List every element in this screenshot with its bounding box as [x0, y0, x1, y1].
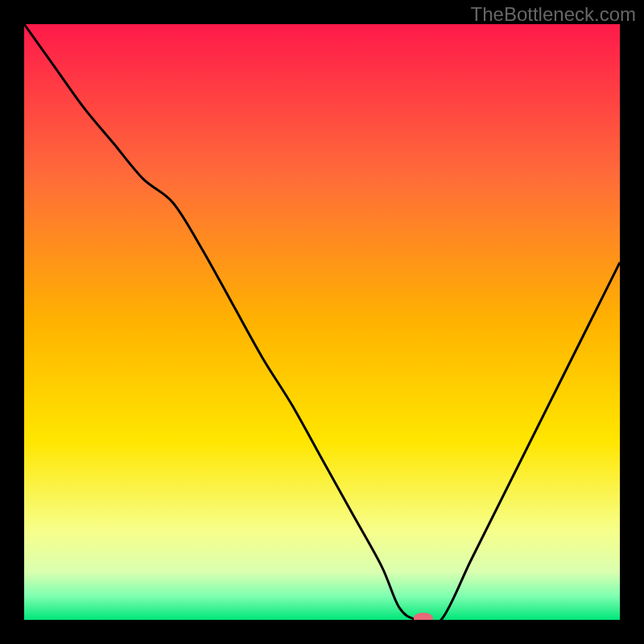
chart-svg	[24, 24, 620, 620]
plot-area	[24, 24, 620, 620]
chart-container: TheBottleneck.com	[0, 0, 644, 644]
watermark-text: TheBottleneck.com	[471, 3, 636, 26]
gradient-background	[24, 24, 620, 620]
